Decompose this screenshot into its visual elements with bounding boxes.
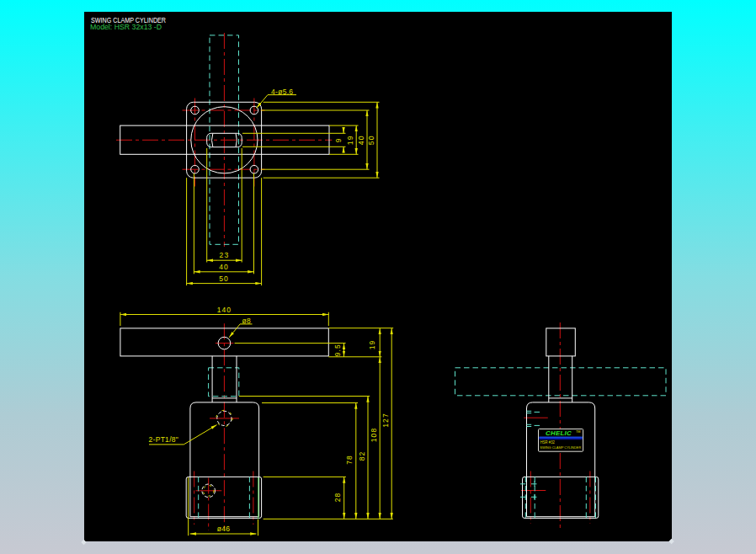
svg-text:HSR #32: HSR #32 — [540, 440, 555, 445]
svg-text:108: 108 — [370, 428, 378, 442]
svg-text:50: 50 — [219, 274, 229, 283]
svg-text:82: 82 — [358, 451, 366, 461]
svg-text:9.5: 9.5 — [333, 344, 342, 356]
svg-text:19: 19 — [346, 135, 354, 145]
svg-text:40: 40 — [219, 263, 229, 271]
svg-text:ø46: ø46 — [217, 525, 231, 533]
svg-text:28: 28 — [333, 493, 342, 503]
svg-text:40: 40 — [357, 135, 365, 145]
svg-text:140: 140 — [217, 306, 232, 314]
svg-text:TM: TM — [576, 430, 580, 434]
svg-text:50: 50 — [367, 135, 375, 145]
svg-text:127: 127 — [381, 413, 390, 427]
svg-text:9: 9 — [334, 137, 343, 142]
svg-text:SWING CLAMP CYLINDER: SWING CLAMP CYLINDER — [540, 445, 581, 450]
svg-text:CHELIC: CHELIC — [546, 429, 572, 437]
svg-text:4-ø5.6: 4-ø5.6 — [271, 88, 293, 96]
svg-text:23: 23 — [220, 251, 230, 259]
svg-text:Model: HSR 32x13 -D: Model: HSR 32x13 -D — [90, 23, 162, 31]
svg-text:19: 19 — [368, 340, 376, 350]
svg-text:ø8: ø8 — [242, 317, 252, 325]
svg-text:2-PT1/8": 2-PT1/8" — [149, 435, 179, 444]
svg-text:78: 78 — [345, 455, 354, 465]
